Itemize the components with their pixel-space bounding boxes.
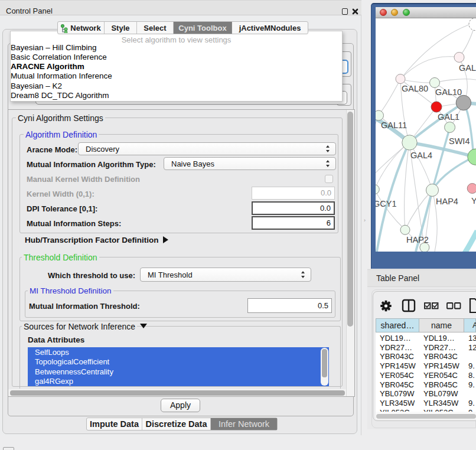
svg-text:Y: Y — [471, 196, 476, 206]
svg-text:GCY1: GCY1 — [376, 199, 397, 208]
svg-text:GAL80: GAL80 — [402, 84, 428, 93]
svg-text:HAP2: HAP2 — [406, 235, 429, 244]
svg-text:GAL1: GAL1 — [438, 112, 459, 122]
svg-text:SWI4: SWI4 — [449, 136, 470, 146]
svg-text:GAL4: GAL4 — [410, 151, 432, 160]
svg-text:HAP4: HAP4 — [436, 197, 458, 206]
svg-text:GAL11: GAL11 — [381, 120, 407, 130]
svg-text:GAL10: GAL10 — [435, 87, 462, 97]
svg-text:GAL: GAL — [459, 63, 476, 73]
